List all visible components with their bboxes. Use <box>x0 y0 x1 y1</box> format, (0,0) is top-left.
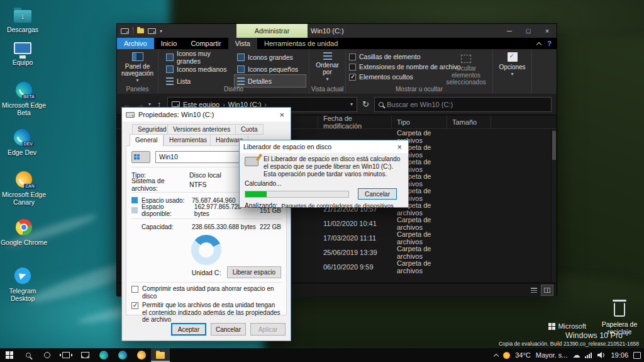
desktop-icon-label: Microsoft Edge Canary <box>0 191 48 206</box>
scrollbar-thumb[interactable] <box>552 131 556 160</box>
details-view-toggle[interactable] <box>541 285 553 295</box>
view-option-iconos-medianos[interactable]: Iconos medianos <box>164 63 235 75</box>
desktop-icon-label: Descargas <box>0 26 47 33</box>
desktop-icon-recycle-bin[interactable]: Papelera de reciclaje <box>596 300 643 336</box>
title-bar: ▾ Administrar Win10 (C:) ─ □ × <box>117 24 557 38</box>
type-value: Disco local <box>189 171 221 179</box>
cortana-button[interactable] <box>38 348 57 362</box>
dev-badge: DEV <box>23 142 34 147</box>
weather-icon <box>503 352 510 359</box>
view-option-iconos-grandes[interactable]: Iconos grandes <box>235 51 306 63</box>
hide-selected-items-button[interactable]: Ocultar elementos seleccionados <box>442 52 490 86</box>
tab-general[interactable]: General <box>130 134 164 147</box>
address-dropdown-icon[interactable]: ▾ <box>350 101 353 107</box>
view-option-iconos-muy-grandes[interactable]: Iconos muy grandes <box>164 51 235 63</box>
compress-checkbox-row[interactable]: Comprimir esta unidad para ahorrar espac… <box>131 285 281 300</box>
qat-new-folder-icon[interactable] <box>148 28 156 34</box>
group-label-paneles: Paneles <box>117 86 158 93</box>
taskbar-edge-canary-button[interactable] <box>132 348 151 362</box>
tab-archivo[interactable]: Archivo <box>117 38 154 49</box>
notification-center-icon[interactable] <box>633 352 641 359</box>
apply-button[interactable]: Aplicar <box>250 323 286 336</box>
weather-temp[interactable]: 34°C <box>515 351 531 359</box>
view-icon <box>237 54 245 61</box>
cleanup-progress-fill <box>245 191 267 197</box>
start-button[interactable] <box>0 348 19 362</box>
tab-seguridad[interactable]: Seguridad <box>132 124 172 135</box>
sort-by-button[interactable]: Ordenar por ▾ <box>309 49 345 82</box>
checkbox-icon <box>349 54 356 60</box>
search-box[interactable] <box>374 97 552 112</box>
desktop-icon-edge-beta[interactable]: BETA Microsoft Edge Beta <box>0 81 48 116</box>
recent-locations-icon[interactable]: ▾ <box>148 101 151 107</box>
desktop-icon-edge-canary[interactable]: CAN Microsoft Edge Canary <box>0 170 48 206</box>
tab-herramientas[interactable]: Herramientas <box>164 134 213 146</box>
ribbon-group-diseno: Iconos muy grandes Iconos grandes Iconos… <box>158 49 309 94</box>
contextual-tab-administrar[interactable]: Administrar <box>236 24 308 38</box>
desktop-icon-chrome[interactable]: Google Chrome <box>0 218 48 246</box>
edge-canary-icon: CAN <box>16 171 32 188</box>
clock[interactable]: 19:06 <box>611 351 628 359</box>
view-option-iconos-pequenos[interactable]: Iconos pequeños <box>235 63 306 75</box>
edge-icon <box>99 351 108 359</box>
tab-compartir[interactable]: Compartir <box>184 38 228 49</box>
onedrive-icon[interactable]: ☁ <box>572 351 580 359</box>
taskbar: 34°C Mayor. s... ☁ 19:06 <box>0 348 644 362</box>
desktop-icon-descargas[interactable]: Descargas <box>0 5 47 33</box>
ok-button[interactable]: Aceptar <box>171 323 206 336</box>
windows-logo-icon <box>6 351 13 359</box>
tab-inicio[interactable]: Inicio <box>154 38 184 49</box>
quick-access-toolbar: ▾ <box>117 25 162 38</box>
network-icon[interactable] <box>585 352 592 358</box>
canary-badge: CAN <box>24 184 36 189</box>
ribbon-tab-row: Archivo Inicio Compartir Vista Herramien… <box>117 38 557 49</box>
desktop-icon-edge-dev[interactable]: DEV Edge Dev <box>0 128 46 156</box>
cancel-button[interactable]: Cancelar <box>211 323 246 336</box>
drive-icon-large <box>131 151 150 163</box>
view-icon <box>237 65 245 73</box>
taskbar-mail-button[interactable] <box>75 348 94 362</box>
navigation-pane-icon <box>132 52 143 61</box>
list-view-toggle[interactable] <box>528 285 540 295</box>
column-header-tamano[interactable]: Tamaño <box>447 115 491 128</box>
options-button[interactable]: Opciones ▾ <box>493 49 531 77</box>
qat-properties-icon[interactable] <box>137 28 144 33</box>
taskbar-edge-dev-button[interactable] <box>113 348 132 362</box>
taskbar-search-button[interactable] <box>19 348 38 362</box>
maximize-button[interactable]: □ <box>519 24 538 38</box>
search-icon <box>379 102 384 107</box>
dialog-title-bar: Propiedades: Win10 (C:) × <box>122 108 291 122</box>
navigation-pane-button[interactable]: Panel de navegación ▾ <box>117 49 158 84</box>
task-view-button[interactable] <box>57 348 75 362</box>
cancel-button[interactable]: Cancelar <box>358 188 397 200</box>
watermark-line-1: Microsoft <box>548 322 586 330</box>
tab-cuota[interactable]: Cuota <box>235 124 264 135</box>
hidden-icons-chevron[interactable] <box>494 353 499 358</box>
tab-versiones-anteriores[interactable]: Versiones anteriores <box>167 124 236 135</box>
volume-icon[interactable] <box>597 351 606 359</box>
cortana-icon <box>44 352 50 358</box>
qat-customize-icon[interactable]: ▾ <box>160 28 162 34</box>
refresh-icon[interactable]: ↻ <box>362 99 369 109</box>
index-checkbox-row[interactable]: Permitir que los archivos de esta unidad… <box>131 302 281 324</box>
drive-icon <box>172 101 180 107</box>
free-space-button[interactable]: Liberar espacio <box>227 266 281 278</box>
tab-vista[interactable]: Vista <box>228 38 257 49</box>
search-input[interactable] <box>387 101 547 108</box>
taskbar-file-explorer-button[interactable] <box>151 348 170 362</box>
close-icon[interactable]: × <box>394 142 404 152</box>
column-header-tipo[interactable]: Tipo <box>392 115 447 128</box>
desktop-icon-equipo[interactable]: Equipo <box>0 38 47 66</box>
close-button[interactable]: × <box>538 24 557 38</box>
weather-desc[interactable]: Mayor. s... <box>536 351 568 359</box>
column-header-fecha[interactable]: Fecha de modificación <box>318 115 392 128</box>
minimize-button[interactable]: ─ <box>500 24 519 38</box>
tab-herramientas-de-unidad[interactable]: Herramientas de unidad <box>257 38 345 49</box>
desktop-icon-telegram[interactable]: Telegram Desktop <box>0 266 47 302</box>
computer-icon <box>14 42 31 54</box>
close-icon[interactable]: × <box>277 110 287 120</box>
taskbar-edge-button[interactable] <box>94 348 113 362</box>
collapse-ribbon-icon[interactable] <box>536 42 541 47</box>
help-icon[interactable]: ? <box>547 40 552 47</box>
vertical-scrollbar[interactable] <box>551 129 557 283</box>
